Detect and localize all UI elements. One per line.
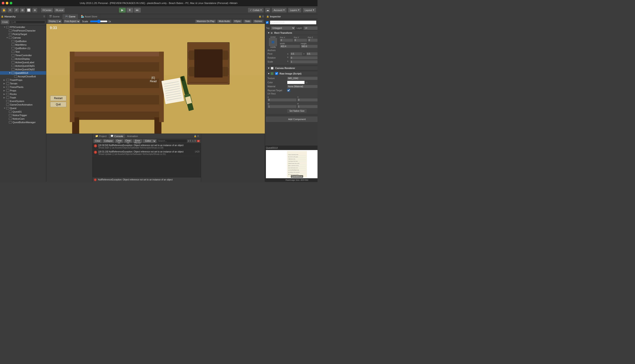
hierarchy-item-gameoveranimation[interactable]: GameOverAnimation — [0, 103, 46, 106]
hierarchy-item-actiondisplay[interactable]: ActionDisplay — [0, 57, 46, 60]
tab-asset-store[interactable]: 🏪 Asset Store — [78, 14, 100, 19]
hierarchy-item-props[interactable]: ▶ Props — [0, 89, 46, 92]
pivot-y-input[interactable] — [306, 52, 318, 56]
raw-image-active-checkbox[interactable] — [275, 72, 278, 75]
collab-button[interactable]: ✓ Collab ▾ — [248, 8, 264, 12]
pivot-x-input[interactable] — [290, 52, 302, 56]
hierarchy-item-rocks[interactable]: ▶ Rocks — [0, 92, 46, 96]
layers-dropdown[interactable]: Layers ▾ — [288, 8, 301, 12]
tab-project[interactable]: 📁 Project — [94, 134, 108, 138]
hierarchy-item-acceptclosebut[interactable]: AcceptCloseButt — [0, 75, 46, 78]
scale-x-input[interactable] — [290, 60, 318, 64]
stats-button[interactable]: Stats — [243, 20, 252, 23]
hierarchy-item-canvas[interactable]: ▼ Canvas — [0, 36, 46, 40]
hierarchy-item-noticecam[interactable]: NoticeCam — [0, 117, 46, 120]
rot-x-input[interactable] — [290, 56, 318, 60]
hierarchy-item-terrain[interactable]: ▶ Terrain — [0, 82, 46, 85]
hand-tool-button[interactable]: ✋ — [1, 8, 7, 12]
clear-on-build-button[interactable]: Clear on Build — [124, 139, 132, 143]
display-select[interactable]: Display 1 — [48, 20, 62, 23]
tab-game[interactable]: 🎮 Game — [62, 14, 78, 19]
pause-button[interactable]: ⏸ — [126, 8, 133, 13]
layout-dropdown[interactable]: Layout ▾ — [303, 8, 316, 12]
hierarchy-menu-icon[interactable]: ☰ — [43, 15, 45, 18]
color-swatch[interactable] — [287, 81, 305, 84]
hierarchy-item-trashprops[interactable]: ▶ TrashProps — [0, 78, 46, 82]
hierarchy-item-mainmenu[interactable]: MainMenu — [0, 43, 46, 46]
hierarchy-item-eventsystem[interactable]: EventSystem — [0, 99, 46, 103]
rotate-tool-button[interactable]: ↺ — [14, 8, 19, 12]
clear-on-play-button[interactable]: Clear on Play — [115, 139, 123, 143]
step-button[interactable]: ⏭ — [134, 8, 141, 13]
layer-select[interactable]: UI — [303, 26, 318, 30]
clear-button[interactable]: Clear — [94, 139, 102, 143]
rect-transform-header[interactable]: ▼ ⊞ Rect Transform ? ⚙ — [266, 31, 318, 35]
hierarchy-item-quest[interactable]: ▼ Quest — [0, 106, 46, 110]
tab-scene[interactable]: 🎬 Scene — [46, 14, 62, 19]
uv-w-input[interactable] — [267, 105, 297, 108]
posx-input[interactable] — [280, 38, 293, 42]
local-button[interactable]: ⊟ Local — [54, 8, 65, 12]
set-native-size-button[interactable]: Set Native Size — [287, 109, 306, 113]
material-input[interactable] — [287, 85, 318, 88]
create-button[interactable]: Create — [1, 20, 9, 24]
cloud-button[interactable]: ☁ — [265, 8, 270, 12]
hierarchy-item-firstpersoncharacter[interactable]: FirstPersonCharacter — [0, 29, 46, 32]
canvas-renderer-header[interactable]: ▼ ⬜ Canvas Renderer ? ⚙ — [266, 66, 318, 70]
hierarchy-item-activequestobj01[interactable]: ActiveQuestObj01 — [0, 64, 46, 68]
color-link-icon[interactable]: ⊙ — [306, 81, 307, 84]
uv-x-input[interactable] — [267, 98, 297, 102]
width-input[interactable] — [280, 45, 300, 48]
account-dropdown[interactable]: Account ▾ — [272, 8, 287, 12]
hierarchy-item-quest001ui[interactable]: ▼ Quest001UI — [0, 71, 46, 75]
hierarchy-item-noticetrigger[interactable]: NoticeTrigger — [0, 114, 46, 117]
close-button[interactable] — [2, 2, 5, 4]
object-active-checkbox[interactable] — [266, 21, 269, 24]
hierarchy-item-quitbutton1[interactable]: QuitButton (1) — [0, 46, 46, 50]
tab-console[interactable]: 💬 Console — [109, 134, 125, 138]
search-input[interactable] — [10, 20, 45, 24]
scale-slider[interactable] — [90, 20, 108, 23]
rect-tool-button[interactable]: ⬜ — [26, 8, 31, 12]
uv-y-input[interactable] — [297, 98, 318, 102]
restart-button[interactable]: Restart — [50, 96, 66, 101]
mute-audio-button[interactable]: Mute Audio — [217, 20, 231, 23]
hierarchy-item-timercontroller[interactable]: TimerController — [0, 54, 46, 57]
vsync-button[interactable]: VSync — [233, 20, 242, 23]
move-tool-button[interactable]: ✛ — [8, 8, 13, 12]
maximize-button[interactable] — [10, 2, 12, 4]
texture-input[interactable] — [287, 77, 318, 80]
console-entry-1[interactable]: ! [18:30:50] NullReferenceException: Obj… — [93, 144, 201, 150]
hierarchy-item-quitbutton[interactable]: QuitButton — [0, 40, 46, 43]
posy-input[interactable] — [294, 38, 307, 42]
raw-image-header[interactable]: ▼ Raw Image (Script) ? ⚙ — [266, 72, 318, 76]
hierarchy-item-treesplants[interactable]: ▶ Trees/Plants — [0, 85, 46, 89]
transform-tool-button[interactable]: ⊕ — [32, 8, 38, 12]
hierarchy-item-text[interactable]: Text — [0, 50, 46, 54]
error-pause-button[interactable]: Error Pause — [133, 139, 142, 143]
hierarchy-item-activequestobj02[interactable]: ActiveQuestObj02 — [0, 68, 46, 71]
posz-input[interactable] — [308, 38, 318, 42]
hierarchy-item-pickuptarget[interactable]: PickUpTarget — [0, 32, 46, 36]
collapse-button[interactable]: Collapse — [103, 139, 114, 143]
tab-animation[interactable]: Animation — [126, 134, 140, 138]
add-component-button[interactable]: Add Component — [266, 116, 318, 122]
hierarchy-item-fpscontroller[interactable]: ▼ FPSController — [0, 25, 46, 29]
hierarchy-item-questbuttonmanager[interactable]: QuestButtonManager — [0, 120, 46, 124]
minimize-button[interactable] — [6, 2, 9, 4]
height-input[interactable] — [301, 45, 318, 48]
aspect-select[interactable]: Free Aspect — [64, 20, 80, 23]
gizmos-button[interactable]: Gizmos — [253, 20, 264, 23]
hierarchy-item-activequestlabel[interactable]: ActiveQuestLabel — [0, 60, 46, 64]
editor-dropdown[interactable]: Editor — [143, 139, 156, 143]
play-button[interactable]: ▶ — [119, 8, 126, 13]
object-name-input[interactable] — [270, 20, 316, 24]
tag-select[interactable]: Untagged — [271, 26, 295, 30]
console-entry-2[interactable]: ! [18:31:18] NullReferenceException: Obj… — [93, 150, 201, 156]
raycast-checkbox[interactable] — [287, 89, 290, 92]
scale-tool-button[interactable]: ⊞ — [20, 8, 25, 12]
uv-h-input[interactable] — [297, 105, 318, 108]
center-button[interactable]: ⊙ Center — [41, 8, 53, 12]
hierarchy-item-quest01[interactable]: Quest01 — [0, 110, 46, 114]
hierarchy-item-trash[interactable]: ▶ Trash — [0, 96, 46, 99]
